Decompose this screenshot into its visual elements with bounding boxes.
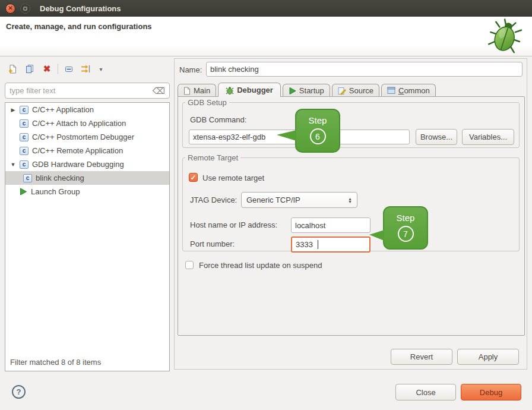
help-button[interactable]: ?: [12, 385, 26, 399]
tree-item-label: C/C++ Attach to Application: [32, 119, 126, 128]
window-icon: [387, 87, 395, 94]
window-maximize-button[interactable]: [20, 4, 30, 14]
jtag-device-value: Generic TCP/IP: [246, 195, 348, 204]
duplicate-configuration-button[interactable]: [23, 62, 36, 75]
revert-button[interactable]: Revert: [391, 349, 452, 365]
host-input[interactable]: [291, 217, 370, 233]
force-thread-checkbox[interactable]: [185, 261, 194, 269]
filter-icon: [81, 64, 91, 74]
remote-target-legend: Remote Target: [185, 153, 240, 162]
launch-group-icon: [20, 188, 27, 195]
filter-field-container: ⌫: [5, 83, 170, 99]
tree-item-label: C/C++ Application: [32, 105, 94, 114]
jtag-device-select[interactable]: Generic TCP/IP ▲▼: [241, 192, 357, 208]
filter-input[interactable]: [10, 86, 153, 95]
filter-match-status: Filter matched 8 of 8 items: [10, 358, 101, 367]
step-number-badge: 7: [398, 226, 414, 242]
text-cursor: [318, 240, 318, 249]
jtag-device-label: JTAG Device:: [190, 195, 237, 204]
debug-bug-icon: [487, 17, 524, 57]
dialog-header: Create, manage, and run configurations: [0, 17, 532, 56]
tab-startup[interactable]: Startup: [283, 84, 330, 97]
apply-button[interactable]: Apply: [457, 349, 519, 365]
variables-button[interactable]: Variables...: [462, 129, 514, 145]
clear-filter-icon[interactable]: ⌫: [153, 86, 165, 95]
collapse-all-button[interactable]: [62, 62, 75, 75]
window-close-button[interactable]: ✕: [5, 4, 15, 14]
tree-item-cpp-remote[interactable]: ▶ c C/C++ Remote Application: [5, 144, 169, 157]
page-icon: [183, 87, 191, 95]
use-remote-target-label: Use remote target: [202, 174, 264, 182]
callout-tail: [277, 130, 296, 141]
host-label: Host name or IP address:: [190, 220, 277, 229]
tab-common[interactable]: Common: [381, 84, 436, 97]
tree-item-label: GDB Hardware Debugging: [32, 160, 124, 169]
port-label: Port number:: [190, 239, 235, 248]
step-7-callout: Step 7: [383, 206, 428, 250]
browse-button[interactable]: Browse...: [416, 129, 457, 145]
tab-source[interactable]: Source: [332, 84, 379, 97]
c-launch-icon: c: [20, 147, 28, 155]
step-number-badge: 6: [310, 128, 326, 144]
c-launch-icon: c: [20, 160, 28, 169]
debugger-tab-content: GDB Setup GDB Command: Browse... Variabl…: [178, 96, 525, 336]
gdb-setup-group: GDB Setup GDB Command: Browse... Variabl…: [182, 98, 520, 148]
tree-item-blink-checking[interactable]: c blink checking: [5, 171, 169, 185]
tree-item-cpp-attach[interactable]: ▶ c C/C++ Attach to Application: [5, 116, 169, 130]
tree-item-launch-group[interactable]: ▶ Launch Group: [5, 185, 169, 198]
launch-toolbar: ✖ ▾: [6, 62, 105, 76]
spinner-arrows-icon: ▲▼: [348, 197, 352, 203]
filter-configurations-button[interactable]: [80, 62, 93, 75]
toolbar-separator: [58, 64, 58, 74]
dialog-header-title: Create, manage, and run configurations: [6, 22, 152, 31]
expand-arrow-icon[interactable]: ▶: [10, 107, 16, 113]
window-title: Debug Configurations: [40, 4, 121, 13]
step-6-callout: Step 6: [295, 109, 340, 153]
tab-debugger[interactable]: Debugger: [218, 83, 281, 97]
collapse-all-icon: [64, 64, 74, 74]
bug-icon: [226, 86, 234, 94]
tree-item-label: C/C++ Postmortem Debugger: [32, 133, 134, 141]
tree-item-label: blink checking: [36, 174, 84, 182]
gdb-command-label: GDB Command:: [190, 115, 246, 124]
play-icon: [289, 87, 296, 95]
tree-item-gdb-hardware-debugging[interactable]: ▼ c GDB Hardware Debugging: [5, 157, 169, 171]
gdb-setup-legend: GDB Setup: [185, 98, 229, 107]
tree-item-cpp-application[interactable]: ▶ c C/C++ Application: [5, 103, 169, 116]
remote-target-group: Remote Target ✓ Use remote target JTAG D…: [182, 153, 520, 251]
use-remote-target-checkbox[interactable]: ✓: [189, 173, 198, 182]
copy-icon: [25, 64, 34, 74]
c-launch-icon: c: [20, 133, 28, 141]
tree-item-label: C/C++ Remote Application: [32, 146, 123, 155]
toolbar-menu-dropdown[interactable]: ▾: [97, 62, 105, 75]
tab-main[interactable]: Main: [178, 84, 216, 97]
c-launch-icon: c: [23, 174, 32, 182]
c-launch-icon: c: [20, 119, 28, 128]
debug-button[interactable]: Debug: [461, 384, 521, 400]
collapse-arrow-icon[interactable]: ▼: [10, 162, 16, 168]
window-titlebar: ✕ Debug Configurations: [0, 0, 532, 17]
new-configuration-button[interactable]: [6, 62, 19, 75]
tree-item-cpp-postmortem[interactable]: ▶ c C/C++ Postmortem Debugger: [5, 130, 169, 144]
close-button[interactable]: Close: [395, 384, 456, 400]
source-icon: [338, 87, 346, 95]
port-input[interactable]: [291, 236, 370, 253]
delete-configuration-button[interactable]: ✖: [40, 62, 53, 75]
callout-tail: [369, 230, 384, 241]
name-label: Name:: [179, 65, 202, 74]
name-input[interactable]: [206, 62, 522, 77]
tree-item-label: Launch Group: [31, 187, 80, 196]
force-thread-label: Force thread list update on suspend: [199, 261, 322, 270]
launch-configuration-tree: ▶ c C/C++ Application ▶ c C/C++ Attach t…: [5, 102, 170, 371]
new-page-icon: [8, 64, 17, 74]
c-launch-icon: c: [20, 106, 28, 114]
configuration-tabs: Main Debugger Startup Source Common: [178, 83, 438, 97]
